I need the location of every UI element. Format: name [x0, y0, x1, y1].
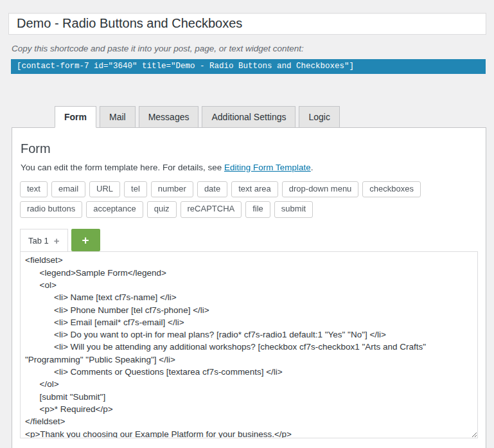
add-tab-button[interactable]: +	[71, 229, 100, 251]
tag-button-drop-down-menu[interactable]: drop-down menu	[282, 181, 359, 198]
panel-heading: Form	[20, 141, 478, 156]
cf7-editor-wrap: Copy this shortcode and paste it into yo…	[0, 0, 494, 448]
tag-button-email[interactable]: email	[51, 181, 85, 198]
template-tab-1[interactable]: Tab 1 +	[20, 229, 68, 251]
description-text-after: .	[311, 163, 313, 172]
tag-button-number[interactable]: number	[151, 181, 193, 198]
tag-button-checkboxes[interactable]: checkboxes	[362, 181, 421, 198]
form-template-textarea[interactable]: <fieldset> <legend>Sample Form</legend> …	[20, 251, 478, 438]
template-tab-1-label: Tab 1	[28, 236, 49, 246]
form-title-input[interactable]	[8, 13, 486, 35]
tab-messages[interactable]: Messages	[139, 106, 199, 128]
tab-options-plus-icon[interactable]: +	[54, 235, 60, 246]
form-panel: Form You can edit the form template here…	[12, 127, 486, 448]
editing-form-template-link[interactable]: Editing Form Template	[224, 163, 311, 172]
tag-button-date[interactable]: date	[197, 181, 227, 198]
shortcode-bar[interactable]: [contact-form-7 id="3640" title="Demo - …	[11, 59, 486, 74]
tab-mail[interactable]: Mail	[100, 106, 136, 128]
tag-button-file[interactable]: file	[245, 201, 270, 218]
tab-logic[interactable]: Logic	[299, 106, 339, 128]
tag-button-recaptcha[interactable]: reCAPTCHA	[181, 201, 242, 218]
editor-tab-strip: Form Mail Messages Additional Settings L…	[8, 106, 486, 127]
tag-button-tel[interactable]: tel	[124, 181, 147, 198]
tag-button-quiz[interactable]: quiz	[147, 201, 177, 218]
tag-button-radio-buttons[interactable]: radio buttons	[20, 201, 82, 218]
template-tab-bar: Tab 1 + +	[20, 229, 478, 251]
tag-button-submit[interactable]: submit	[274, 201, 313, 218]
description-text-before: You can edit the form template here. For…	[21, 163, 224, 172]
tag-button-text[interactable]: text	[20, 181, 48, 198]
tag-button-text-area[interactable]: text area	[231, 181, 278, 198]
tag-generator-buttons: text email URL tel number date text area…	[20, 181, 444, 219]
tab-additional-settings[interactable]: Additional Settings	[202, 106, 296, 128]
plus-icon: +	[82, 234, 89, 246]
tag-button-url[interactable]: URL	[89, 181, 120, 198]
tab-form[interactable]: Form	[55, 106, 96, 128]
form-template-description: You can edit the form template here. For…	[20, 163, 478, 172]
shortcode-hint: Copy this shortcode and paste it into yo…	[12, 44, 486, 53]
tag-button-acceptance[interactable]: acceptance	[86, 201, 143, 218]
